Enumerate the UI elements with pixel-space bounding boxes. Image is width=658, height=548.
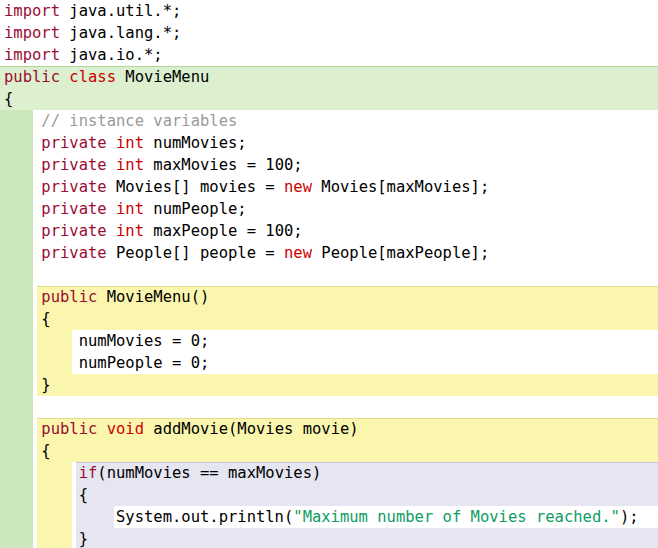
code-line[interactable]: } xyxy=(0,528,658,548)
code-line[interactable]: import java.util.*; xyxy=(0,0,658,22)
code-token: "Maximum number of Movies reached." xyxy=(293,508,620,526)
code-token xyxy=(107,222,116,240)
code-token xyxy=(4,178,41,196)
code-token: People[] people = xyxy=(107,244,284,262)
code-token: public xyxy=(41,420,97,438)
code-token: class xyxy=(69,68,116,86)
code-token: } xyxy=(4,376,51,394)
code-token: Movies[] movies = xyxy=(107,178,284,196)
code-token: // instance variables xyxy=(4,112,237,130)
code-token: private xyxy=(41,156,106,174)
code-token: { xyxy=(4,442,51,460)
code-token: { xyxy=(4,486,88,504)
code-token xyxy=(4,134,41,152)
code-token: import xyxy=(4,24,60,42)
code-token: new xyxy=(284,244,312,262)
code-token: MovieMenu xyxy=(116,68,209,86)
code-token: addMovie(Movies movie) xyxy=(144,420,359,438)
code-line[interactable]: private People[] people = new People[max… xyxy=(0,242,658,264)
code-line[interactable]: numPeople = 0; xyxy=(0,352,658,374)
code-line[interactable] xyxy=(0,396,658,418)
code-token: numPeople = 0; xyxy=(4,354,209,372)
code-token: maxPeople = 100; xyxy=(144,222,303,240)
code-token: private xyxy=(41,178,106,196)
code-token xyxy=(60,68,69,86)
code-line[interactable]: private Movies[] movies = new Movies[max… xyxy=(0,176,658,198)
code-token: java.lang.*; xyxy=(60,24,181,42)
code-token: numMovies; xyxy=(144,134,247,152)
code-token xyxy=(4,464,79,482)
code-token: numMovies = 0; xyxy=(4,332,209,350)
code-token xyxy=(107,156,116,174)
code-token: int xyxy=(116,222,144,240)
code-token: ); xyxy=(620,508,639,526)
code-token: (numMovies == maxMovies) xyxy=(97,464,321,482)
code-line[interactable]: import java.io.*; xyxy=(0,44,658,66)
code-token: Movies[maxMovies]; xyxy=(312,178,489,196)
code-token xyxy=(4,420,41,438)
code-token: } xyxy=(4,530,88,548)
code-token: maxMovies = 100; xyxy=(144,156,303,174)
code-line[interactable]: public class MovieMenu xyxy=(0,66,658,88)
code-line[interactable]: { xyxy=(0,88,658,110)
code-token: public xyxy=(41,288,97,306)
code-token: int xyxy=(116,134,144,152)
code-line[interactable]: { xyxy=(0,484,658,506)
code-line[interactable]: import java.lang.*; xyxy=(0,22,658,44)
code-line[interactable]: } xyxy=(0,374,658,396)
code-token xyxy=(97,420,106,438)
code-token: private xyxy=(41,200,106,218)
code-token: int xyxy=(116,156,144,174)
code-token: private xyxy=(41,134,106,152)
code-line[interactable]: // instance variables xyxy=(0,110,658,132)
code-line[interactable]: private int maxPeople = 100; xyxy=(0,220,658,242)
code-token: new xyxy=(284,178,312,196)
code-line[interactable]: { xyxy=(0,308,658,330)
code-token: System.out.println( xyxy=(4,508,293,526)
code-token: import xyxy=(4,46,60,64)
code-token: import xyxy=(4,2,60,20)
code-token: java.util.*; xyxy=(60,2,181,20)
code-token: void xyxy=(107,420,144,438)
code-token: int xyxy=(116,200,144,218)
code-token: if xyxy=(79,464,98,482)
code-line[interactable]: private int numPeople; xyxy=(0,198,658,220)
code-token: java.io.*; xyxy=(60,46,163,64)
code-line[interactable]: if(numMovies == maxMovies) xyxy=(0,462,658,484)
code-line[interactable]: public void addMovie(Movies movie) xyxy=(0,418,658,440)
code-token xyxy=(4,156,41,174)
code-line[interactable]: private int numMovies; xyxy=(0,132,658,154)
code-token: MovieMenu() xyxy=(97,288,209,306)
code-line[interactable]: { xyxy=(0,440,658,462)
code-line[interactable]: System.out.println("Maximum number of Mo… xyxy=(0,506,658,528)
code-token xyxy=(4,222,41,240)
code-token: People[maxPeople]; xyxy=(312,244,489,262)
code-token xyxy=(4,288,41,306)
code-line[interactable]: private int maxMovies = 100; xyxy=(0,154,658,176)
code-token: { xyxy=(4,310,51,328)
code-token xyxy=(107,200,116,218)
code-editor[interactable]: import java.util.*;import java.lang.*;im… xyxy=(0,0,658,548)
code-token xyxy=(107,134,116,152)
code-line[interactable]: public MovieMenu() xyxy=(0,286,658,308)
code-line[interactable] xyxy=(0,264,658,286)
code-token: { xyxy=(4,90,13,108)
code-token xyxy=(4,200,41,218)
code-token xyxy=(4,244,41,262)
code-token: public xyxy=(4,68,60,86)
code-token: numPeople; xyxy=(144,200,247,218)
code-token: private xyxy=(41,222,106,240)
code-token: private xyxy=(41,244,106,262)
code-line[interactable]: numMovies = 0; xyxy=(0,330,658,352)
